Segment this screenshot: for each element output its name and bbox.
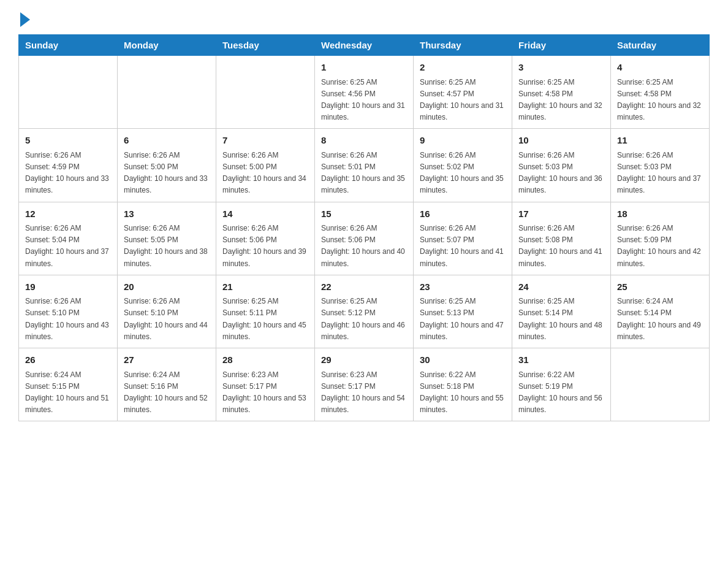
day-number: 19 bbox=[25, 280, 111, 294]
calendar-cell: 7Sunrise: 6:26 AMSunset: 5:00 PMDaylight… bbox=[216, 129, 315, 202]
day-info: Sunrise: 6:25 AMSunset: 4:58 PMDaylight:… bbox=[617, 77, 703, 124]
day-info: Sunrise: 6:26 AMSunset: 5:10 PMDaylight:… bbox=[25, 296, 111, 343]
weekday-header-tuesday: Tuesday bbox=[216, 35, 315, 56]
calendar-cell: 9Sunrise: 6:26 AMSunset: 5:02 PMDaylight… bbox=[414, 129, 512, 202]
calendar-cell: 3Sunrise: 6:25 AMSunset: 4:58 PMDaylight… bbox=[512, 56, 611, 129]
day-number: 16 bbox=[420, 207, 506, 221]
day-number: 26 bbox=[25, 353, 111, 367]
day-number: 13 bbox=[124, 207, 210, 221]
day-info: Sunrise: 6:22 AMSunset: 5:19 PMDaylight:… bbox=[518, 369, 604, 416]
day-number: 2 bbox=[420, 61, 506, 75]
day-number: 30 bbox=[420, 353, 506, 367]
calendar-cell: 30Sunrise: 6:22 AMSunset: 5:18 PMDayligh… bbox=[414, 348, 512, 421]
calendar-cell: 4Sunrise: 6:25 AMSunset: 4:58 PMDaylight… bbox=[611, 56, 710, 129]
day-info: Sunrise: 6:26 AMSunset: 5:00 PMDaylight:… bbox=[222, 150, 308, 197]
calendar-cell: 8Sunrise: 6:26 AMSunset: 5:01 PMDaylight… bbox=[315, 129, 414, 202]
calendar-week-3: 12Sunrise: 6:26 AMSunset: 5:04 PMDayligh… bbox=[19, 202, 710, 275]
day-info: Sunrise: 6:22 AMSunset: 5:18 PMDaylight:… bbox=[420, 369, 506, 416]
calendar-cell: 25Sunrise: 6:24 AMSunset: 5:14 PMDayligh… bbox=[611, 275, 710, 348]
calendar-cell: 23Sunrise: 6:25 AMSunset: 5:13 PMDayligh… bbox=[414, 275, 512, 348]
day-number: 27 bbox=[124, 353, 210, 367]
day-info: Sunrise: 6:25 AMSunset: 5:14 PMDaylight:… bbox=[518, 296, 604, 343]
calendar-cell bbox=[19, 56, 118, 129]
day-info: Sunrise: 6:26 AMSunset: 5:07 PMDaylight:… bbox=[420, 223, 506, 270]
calendar-cell: 29Sunrise: 6:23 AMSunset: 5:17 PMDayligh… bbox=[315, 348, 414, 421]
calendar-cell: 13Sunrise: 6:26 AMSunset: 5:05 PMDayligh… bbox=[118, 202, 216, 275]
day-number: 10 bbox=[518, 134, 604, 148]
calendar-week-4: 19Sunrise: 6:26 AMSunset: 5:10 PMDayligh… bbox=[19, 275, 710, 348]
calendar-week-5: 26Sunrise: 6:24 AMSunset: 5:15 PMDayligh… bbox=[19, 348, 710, 421]
weekday-header-sunday: Sunday bbox=[19, 35, 118, 56]
day-info: Sunrise: 6:24 AMSunset: 5:16 PMDaylight:… bbox=[124, 369, 210, 416]
day-info: Sunrise: 6:25 AMSunset: 5:11 PMDaylight:… bbox=[222, 296, 308, 343]
weekday-header-wednesday: Wednesday bbox=[315, 35, 414, 56]
day-info: Sunrise: 6:24 AMSunset: 5:14 PMDaylight:… bbox=[617, 296, 703, 343]
calendar-cell: 20Sunrise: 6:26 AMSunset: 5:10 PMDayligh… bbox=[118, 275, 216, 348]
calendar-cell: 19Sunrise: 6:26 AMSunset: 5:10 PMDayligh… bbox=[19, 275, 118, 348]
day-number: 7 bbox=[222, 134, 308, 148]
weekday-header-friday: Friday bbox=[512, 35, 611, 56]
calendar-cell: 26Sunrise: 6:24 AMSunset: 5:15 PMDayligh… bbox=[19, 348, 118, 421]
day-number: 25 bbox=[617, 280, 703, 294]
calendar-cell bbox=[216, 56, 315, 129]
day-info: Sunrise: 6:26 AMSunset: 5:10 PMDaylight:… bbox=[124, 296, 210, 343]
day-number: 21 bbox=[222, 280, 308, 294]
calendar-cell: 15Sunrise: 6:26 AMSunset: 5:06 PMDayligh… bbox=[315, 202, 414, 275]
calendar-cell: 5Sunrise: 6:26 AMSunset: 4:59 PMDaylight… bbox=[19, 129, 118, 202]
weekday-header-monday: Monday bbox=[118, 35, 216, 56]
day-info: Sunrise: 6:26 AMSunset: 5:02 PMDaylight:… bbox=[420, 150, 506, 197]
calendar-cell: 11Sunrise: 6:26 AMSunset: 5:03 PMDayligh… bbox=[611, 129, 710, 202]
calendar-cell bbox=[611, 348, 710, 421]
weekday-header-thursday: Thursday bbox=[414, 35, 512, 56]
day-info: Sunrise: 6:26 AMSunset: 5:01 PMDaylight:… bbox=[321, 150, 407, 197]
day-number: 29 bbox=[321, 353, 407, 367]
calendar-header-row: SundayMondayTuesdayWednesdayThursdayFrid… bbox=[19, 35, 710, 56]
day-info: Sunrise: 6:26 AMSunset: 5:09 PMDaylight:… bbox=[617, 223, 703, 270]
page-header bbox=[18, 12, 710, 22]
day-number: 23 bbox=[420, 280, 506, 294]
day-number: 28 bbox=[222, 353, 308, 367]
calendar-cell: 2Sunrise: 6:25 AMSunset: 4:57 PMDaylight… bbox=[414, 56, 512, 129]
day-info: Sunrise: 6:25 AMSunset: 4:56 PMDaylight:… bbox=[321, 77, 407, 124]
calendar-cell: 10Sunrise: 6:26 AMSunset: 5:03 PMDayligh… bbox=[512, 129, 611, 202]
calendar-cell bbox=[118, 56, 216, 129]
calendar-cell: 18Sunrise: 6:26 AMSunset: 5:09 PMDayligh… bbox=[611, 202, 710, 275]
day-number: 9 bbox=[420, 134, 506, 148]
day-number: 6 bbox=[124, 134, 210, 148]
calendar-cell: 12Sunrise: 6:26 AMSunset: 5:04 PMDayligh… bbox=[19, 202, 118, 275]
day-number: 20 bbox=[124, 280, 210, 294]
day-info: Sunrise: 6:25 AMSunset: 5:13 PMDaylight:… bbox=[420, 296, 506, 343]
calendar-cell: 16Sunrise: 6:26 AMSunset: 5:07 PMDayligh… bbox=[414, 202, 512, 275]
day-info: Sunrise: 6:23 AMSunset: 5:17 PMDaylight:… bbox=[321, 369, 407, 416]
day-info: Sunrise: 6:26 AMSunset: 5:04 PMDaylight:… bbox=[25, 223, 111, 270]
calendar-cell: 14Sunrise: 6:26 AMSunset: 5:06 PMDayligh… bbox=[216, 202, 315, 275]
day-info: Sunrise: 6:24 AMSunset: 5:15 PMDaylight:… bbox=[25, 369, 111, 416]
calendar-cell: 22Sunrise: 6:25 AMSunset: 5:12 PMDayligh… bbox=[315, 275, 414, 348]
calendar-week-1: 1Sunrise: 6:25 AMSunset: 4:56 PMDaylight… bbox=[19, 56, 710, 129]
day-number: 11 bbox=[617, 134, 703, 148]
calendar-week-2: 5Sunrise: 6:26 AMSunset: 4:59 PMDaylight… bbox=[19, 129, 710, 202]
day-number: 15 bbox=[321, 207, 407, 221]
calendar-cell: 28Sunrise: 6:23 AMSunset: 5:17 PMDayligh… bbox=[216, 348, 315, 421]
day-number: 24 bbox=[518, 280, 604, 294]
day-info: Sunrise: 6:26 AMSunset: 5:06 PMDaylight:… bbox=[222, 223, 308, 270]
day-info: Sunrise: 6:26 AMSunset: 5:05 PMDaylight:… bbox=[124, 223, 210, 270]
day-number: 1 bbox=[321, 61, 407, 75]
calendar-cell: 24Sunrise: 6:25 AMSunset: 5:14 PMDayligh… bbox=[512, 275, 611, 348]
day-info: Sunrise: 6:26 AMSunset: 5:03 PMDaylight:… bbox=[518, 150, 604, 197]
day-number: 14 bbox=[222, 207, 308, 221]
day-number: 31 bbox=[518, 353, 604, 367]
calendar-cell: 1Sunrise: 6:25 AMSunset: 4:56 PMDaylight… bbox=[315, 56, 414, 129]
logo-arrow-icon bbox=[20, 12, 30, 27]
day-info: Sunrise: 6:26 AMSunset: 5:06 PMDaylight:… bbox=[321, 223, 407, 270]
day-info: Sunrise: 6:26 AMSunset: 5:00 PMDaylight:… bbox=[124, 150, 210, 197]
day-number: 5 bbox=[25, 134, 111, 148]
day-info: Sunrise: 6:26 AMSunset: 4:59 PMDaylight:… bbox=[25, 150, 111, 197]
calendar-cell: 17Sunrise: 6:26 AMSunset: 5:08 PMDayligh… bbox=[512, 202, 611, 275]
day-number: 18 bbox=[617, 207, 703, 221]
day-info: Sunrise: 6:25 AMSunset: 4:57 PMDaylight:… bbox=[420, 77, 506, 124]
calendar-table: SundayMondayTuesdayWednesdayThursdayFrid… bbox=[18, 34, 710, 421]
day-number: 22 bbox=[321, 280, 407, 294]
day-info: Sunrise: 6:25 AMSunset: 4:58 PMDaylight:… bbox=[518, 77, 604, 124]
day-info: Sunrise: 6:26 AMSunset: 5:08 PMDaylight:… bbox=[518, 223, 604, 270]
